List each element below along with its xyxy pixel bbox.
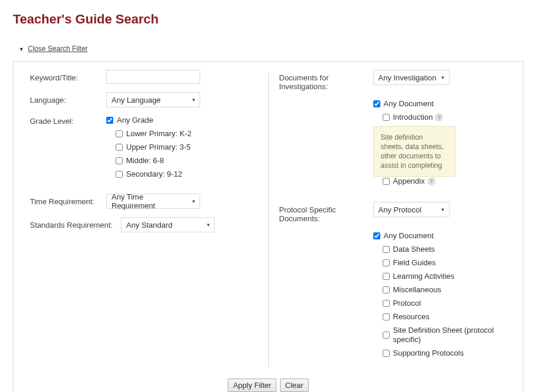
doc-option[interactable]: Appendix ?: [373, 177, 507, 186]
standards-label: Standards Requirement:: [30, 217, 121, 229]
protocol-select[interactable]: Any Protocol ▼: [373, 202, 450, 217]
doc-checkbox[interactable]: [383, 350, 390, 357]
doc-option[interactable]: Learning Activities: [373, 272, 507, 281]
grade-option-label: Any Grade: [117, 116, 153, 125]
investigations-selected-value: Any Investigation: [379, 73, 437, 82]
grade-option-label: Lower Primary: K-2: [126, 129, 191, 138]
standards-select[interactable]: Any Standard ▼: [121, 217, 215, 232]
doc-checkbox[interactable]: [383, 300, 390, 307]
doc-checkbox[interactable]: [383, 332, 390, 339]
chevron-down-icon: ▼: [441, 75, 445, 80]
apply-filter-button[interactable]: Apply Filter: [228, 379, 276, 392]
doc-option[interactable]: Introduction ?: [373, 113, 507, 122]
grade-checkbox[interactable]: [116, 171, 123, 178]
chevron-down-icon: ▼: [191, 199, 196, 204]
filter-right-column: Documents for Investigations: Any Invest…: [269, 70, 518, 370]
grade-option-label: Secondary: 9-12: [126, 170, 182, 179]
info-icon[interactable]: ?: [427, 177, 435, 185]
keyword-row: Keyword/Title:: [30, 70, 258, 84]
spacer: [279, 231, 373, 235]
doc-checkbox[interactable]: [373, 232, 380, 239]
protocol-selected-value: Any Protocol: [379, 205, 422, 214]
doc-option[interactable]: Any Document: [373, 99, 507, 109]
grade-options: Any Grade Lower Primary: K-2 Upper Prima…: [106, 116, 258, 183]
chevron-down-icon: ▼: [441, 207, 445, 212]
doc-option-label: Site Definition Sheet (protocol specific…: [393, 326, 507, 344]
protocol-row: Protocol Specific Documents: Any Protoco…: [279, 202, 507, 223]
grade-label: Grade Level:: [30, 116, 106, 126]
doc-option-label: Resources: [393, 312, 430, 322]
protocol-label: Protocol Specific Documents:: [279, 202, 373, 223]
keyword-label: Keyword/Title:: [30, 70, 106, 82]
keyword-input[interactable]: [106, 70, 200, 84]
grade-option[interactable]: Lower Primary: K-2: [106, 129, 258, 138]
doc-option[interactable]: Resources: [373, 312, 507, 322]
doc-option[interactable]: Data Sheets: [373, 245, 507, 254]
grade-checkbox[interactable]: [116, 144, 123, 151]
filter-buttons: Apply Filter Clear: [13, 370, 523, 392]
doc-option[interactable]: Supporting Protocols: [373, 349, 507, 358]
doc-checkbox[interactable]: [383, 178, 390, 185]
doc-option[interactable]: Miscellaneous: [373, 285, 507, 295]
language-label: Language:: [30, 92, 106, 104]
doc-checkbox[interactable]: [383, 114, 390, 121]
protocol-doc-options: Any Document Data Sheets Field Guides Le…: [373, 231, 507, 362]
doc-option-label: Field Guides: [393, 258, 436, 268]
info-icon[interactable]: ?: [435, 113, 443, 121]
time-row: Time Requirement: Any Time Requirement ▼: [30, 194, 258, 209]
doc-option-label: Any Document: [384, 99, 434, 109]
chevron-down-icon: ▼: [191, 97, 196, 103]
search-filter-panel: Keyword/Title: Language: Any Language ▼ …: [13, 61, 524, 392]
time-select[interactable]: Any Time Requirement ▼: [106, 194, 200, 209]
doc-option-label: Protocol: [393, 299, 421, 308]
doc-option-label: Appendix: [393, 177, 425, 186]
doc-checkbox[interactable]: [383, 313, 390, 320]
doc-option-label: Miscellaneous: [393, 285, 441, 295]
language-selected-value: Any Language: [112, 96, 161, 104]
doc-checkbox[interactable]: [383, 273, 390, 280]
tooltip: Site definition sheets, data sheets, oth…: [373, 126, 455, 177]
time-label: Time Requirement:: [30, 194, 106, 206]
doc-checkbox[interactable]: [383, 259, 390, 266]
grade-option-label: Middle: 6-8: [126, 156, 164, 165]
grade-option[interactable]: Upper Primary: 3-5: [106, 143, 258, 152]
close-search-filter-link[interactable]: Close Search Filter: [28, 45, 87, 53]
language-select[interactable]: Any Language ▼: [106, 92, 200, 107]
filter-left-column: Keyword/Title: Language: Any Language ▼ …: [19, 70, 268, 370]
doc-option[interactable]: Protocol: [373, 299, 507, 308]
investigations-docs-row: Any Document Introduction ? Site definit…: [279, 99, 507, 190]
page-title: Teacher's Guide Search: [13, 12, 524, 27]
doc-checkbox[interactable]: [383, 246, 390, 253]
spacer: [279, 99, 373, 103]
time-selected-value: Any Time Requirement: [112, 192, 188, 210]
doc-option[interactable]: Any Document: [373, 231, 507, 241]
doc-option[interactable]: Site Definition Sheet (protocol specific…: [373, 326, 507, 344]
investigations-select[interactable]: Any Investigation ▼: [373, 70, 450, 85]
doc-option-label: Any Document: [384, 231, 434, 241]
doc-checkbox[interactable]: [383, 286, 390, 293]
grade-checkbox[interactable]: [116, 130, 123, 137]
standards-selected-value: Any Standard: [126, 221, 173, 229]
doc-option-label: Supporting Protocols: [393, 349, 464, 358]
doc-option-label: Learning Activities: [393, 272, 455, 281]
investigations-doc-options: Any Document Introduction ? Site definit…: [373, 99, 507, 190]
close-filter-row: ▼ Close Search Filter: [19, 45, 524, 53]
grade-checkbox[interactable]: [106, 117, 113, 124]
doc-checkbox[interactable]: [373, 100, 380, 107]
protocol-docs-row: Any Document Data Sheets Field Guides Le…: [279, 231, 507, 362]
doc-option[interactable]: Field Guides: [373, 258, 507, 268]
investigations-label: Documents for Investigations:: [279, 70, 373, 91]
grade-checkbox[interactable]: [116, 157, 123, 164]
clear-button[interactable]: Clear: [280, 379, 309, 392]
doc-option-label: Introduction: [393, 113, 433, 122]
grade-option[interactable]: Secondary: 9-12: [106, 170, 258, 179]
chevron-down-icon: ▼: [206, 222, 211, 228]
language-row: Language: Any Language ▼: [30, 92, 258, 107]
grade-option-label: Upper Primary: 3-5: [126, 143, 191, 152]
standards-row: Standards Requirement: Any Standard ▼: [30, 217, 258, 232]
doc-option-label: Data Sheets: [393, 245, 435, 254]
grade-option[interactable]: Any Grade: [106, 116, 258, 125]
investigations-row: Documents for Investigations: Any Invest…: [279, 70, 507, 91]
grade-option[interactable]: Middle: 6-8: [106, 156, 258, 165]
grade-row: Grade Level: Any Grade Lower Primary: K-…: [30, 116, 258, 183]
